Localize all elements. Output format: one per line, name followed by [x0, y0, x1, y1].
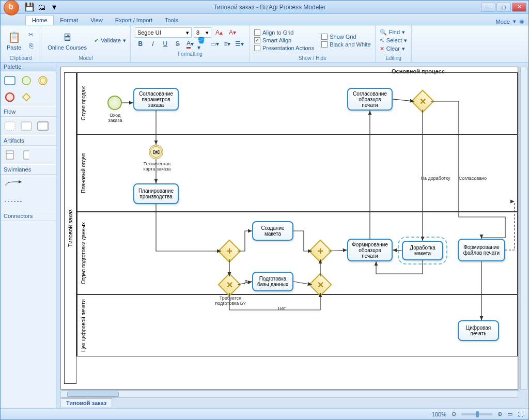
show-grid-check[interactable]: Show Grid [321, 34, 370, 40]
task-samples[interactable]: Формирование образцов печати [347, 239, 393, 261]
fill-color-button[interactable]: 🪣▾ [197, 39, 208, 49]
group-label: Model [45, 54, 126, 62]
palette-connectors-section[interactable]: Connectors [1, 211, 56, 221]
tab-export[interactable]: Export / Import [109, 15, 159, 25]
fit-page-icon[interactable]: ▭ [507, 411, 512, 417]
message-flow-icon[interactable] [4, 195, 24, 208]
font-combo[interactable]: Segoe UI▾ [135, 27, 192, 38]
strike-button[interactable]: S [172, 39, 183, 49]
pool-label[interactable]: Типовой заказ [64, 72, 76, 384]
tab-home[interactable]: Home [25, 15, 54, 25]
ribbon-tabs: Home Format View Export / Import Tools M… [1, 14, 528, 25]
task-db[interactable]: Подготовка базы данных [252, 272, 293, 291]
diagram-canvas[interactable]: Типовой заказ Основной процесс Отдел про… [60, 67, 518, 390]
fit-width-icon[interactable]: ⛶ [518, 411, 523, 417]
align-button[interactable]: ≡▾ [222, 39, 233, 49]
horizontal-scrollbar[interactable] [60, 391, 518, 398]
cut-icon[interactable]: ✂ [25, 29, 37, 40]
help-icon[interactable]: ◉ [519, 18, 524, 25]
grow-font-icon[interactable]: A▴ [213, 27, 225, 38]
start-event-icon[interactable] [20, 74, 33, 87]
list-button[interactable]: ☰▾ [234, 39, 245, 49]
task-print[interactable]: Цифровая печать [458, 320, 499, 341]
data-object-icon[interactable] [4, 149, 16, 161]
task-layout[interactable]: Создание макета [252, 221, 293, 241]
italic-button[interactable]: I [147, 39, 159, 49]
size-combo[interactable]: 8▾ [194, 27, 211, 38]
palette-swimlanes-section[interactable]: Swimlanes [1, 164, 56, 175]
underline-button[interactable]: U [160, 39, 171, 49]
border-button[interactable]: ▭▾ [209, 39, 221, 49]
app-menu-orb[interactable] [4, 0, 19, 15]
gateway-icon[interactable] [20, 91, 33, 103]
group-label: Show / Hide [254, 54, 371, 62]
tab-tools[interactable]: Tools [159, 15, 184, 25]
svg-rect-7 [21, 122, 32, 130]
mode-dropdown[interactable]: Mode▾ ◉ [495, 18, 524, 25]
annotation-icon[interactable] [20, 149, 33, 161]
validate-button[interactable]: ✔Validate▾ [94, 37, 126, 44]
expanded-subprocess-icon[interactable] [20, 120, 33, 132]
smart-align-check[interactable]: ✔Smart Align [254, 37, 314, 43]
vertical-scrollbar[interactable] [520, 67, 527, 390]
bw-check[interactable]: Black and White [321, 41, 370, 48]
align-grid-check[interactable]: Align to Grid [254, 29, 314, 36]
minimize-button[interactable]: — [481, 3, 495, 12]
scrollbar-thumb[interactable] [67, 392, 119, 397]
lane-label: Плановый отдел [77, 135, 89, 211]
paste-button[interactable]: 📋 Paste [5, 29, 23, 52]
palette-flow-section[interactable]: Flow [1, 106, 56, 117]
find-button[interactable]: 🔍Find▾ [380, 29, 408, 36]
approved-label: Согласовано [455, 176, 491, 181]
qat-dropdown-icon[interactable]: ▾ [49, 2, 59, 12]
bold-button[interactable]: B [135, 39, 146, 49]
canvas-area: Типовой заказ Основной процесс Отдел про… [56, 63, 528, 408]
call-activity-icon[interactable] [37, 120, 49, 132]
task-params[interactable]: Согласование параметров заказа [133, 88, 179, 111]
lane-dataprep[interactable]: Отдел подготовки данных [76, 212, 518, 294]
copy-icon[interactable]: ⎘ [25, 41, 37, 51]
workspace: Palette Flow Artifacts Swimlanes [1, 63, 528, 408]
intermediate-event-icon[interactable] [37, 74, 49, 87]
statusbar: 100% ⊖ ⊕ ▭ ⛶ [1, 408, 528, 419]
paste-icon: 📋 [7, 30, 21, 44]
zoom-out-icon[interactable]: ⊖ [452, 411, 456, 417]
zoom-in-icon[interactable]: ⊕ [497, 411, 502, 417]
task-plan[interactable]: Планирование производства [133, 183, 179, 204]
tab-view[interactable]: View [84, 15, 109, 25]
close-button[interactable]: ✕ [512, 3, 526, 12]
select-button[interactable]: ↖Select▾ [380, 37, 408, 44]
zoom-slider[interactable] [461, 413, 492, 415]
subprocess-icon[interactable] [4, 120, 16, 132]
maximize-button[interactable]: □ [496, 3, 511, 12]
tab-format[interactable]: Format [54, 15, 84, 25]
group-editing: 🔍Find▾ ↖Select▾ ✕Clear▾ Editing [376, 25, 412, 62]
task-approve[interactable]: Согласование образцов печати [347, 88, 393, 111]
svg-point-2 [39, 76, 47, 85]
sequence-flow-icon[interactable] [4, 178, 24, 190]
save-icon[interactable]: 💾 [24, 2, 35, 12]
save-all-icon[interactable]: 🗂 [37, 2, 47, 12]
svg-rect-0 [5, 76, 15, 85]
end-event-icon[interactable] [4, 91, 16, 103]
group-formatting: Segoe UI▾ 8▾ A▴ A▾ B I U S A▾ 🪣▾ ▭▾ ≡▾ ☰… [131, 25, 250, 62]
online-courses-button[interactable]: 🖥 Online Courses [45, 29, 89, 52]
presentation-check[interactable]: Presentation Actions [254, 45, 314, 51]
net-label: Нет [272, 306, 292, 311]
start-event[interactable] [107, 96, 122, 110]
svg-rect-6 [5, 122, 15, 130]
font-color-button[interactable]: A▾ [184, 39, 196, 49]
task-files[interactable]: Формирование файлов печати [458, 239, 505, 261]
group-label: Clipboard [5, 54, 37, 62]
task-shape-icon[interactable] [4, 74, 16, 87]
task-rework[interactable]: Доработка макета [402, 241, 443, 260]
palette-artifacts-section[interactable]: Artifacts [1, 135, 56, 146]
start-label: Вход заказа [102, 113, 128, 123]
message-event[interactable]: ✉ [149, 145, 163, 159]
document-tab[interactable]: Типовой заказ [60, 398, 112, 407]
lane-print[interactable]: Цех цифровой печати [76, 294, 518, 356]
palette-panel: Palette Flow Artifacts Swimlanes [1, 63, 56, 408]
clear-button[interactable]: ✕Clear▾ [380, 45, 408, 52]
shrink-font-icon[interactable]: A▾ [227, 27, 238, 38]
palette-title: Palette [1, 63, 56, 71]
